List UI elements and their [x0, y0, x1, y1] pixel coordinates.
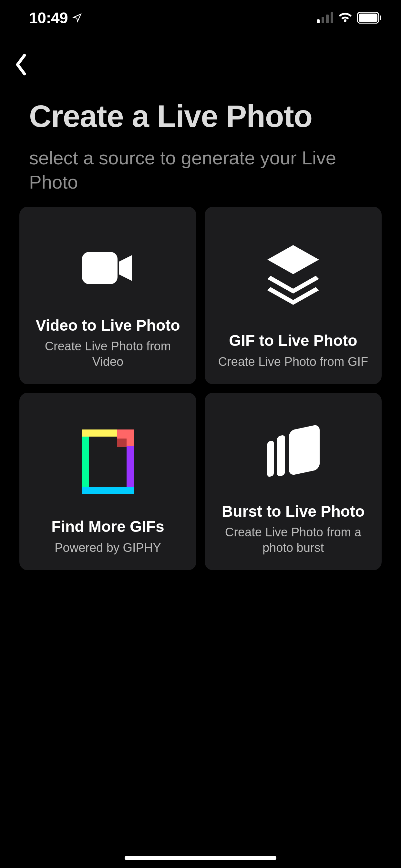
card-title: GIF to Live Photo [229, 332, 357, 349]
location-icon [72, 13, 82, 23]
page-header: Create a Live Photo select a source to g… [29, 100, 372, 194]
svg-rect-5 [359, 13, 377, 22]
card-title: Burst to Live Photo [222, 502, 365, 520]
svg-rect-0 [317, 20, 320, 23]
card-subtitle: Powered by GIPHY [55, 540, 161, 556]
status-right [317, 12, 382, 24]
svg-rect-9 [277, 435, 285, 476]
giphy-icon-wrap [28, 406, 187, 518]
battery-icon [357, 12, 382, 24]
svg-rect-2 [326, 14, 329, 23]
svg-rect-3 [331, 12, 333, 23]
status-left: 10:49 [29, 9, 82, 27]
card-gif-to-live[interactable]: GIF to Live Photo Create Live Photo from… [205, 207, 382, 384]
svg-rect-10 [289, 425, 320, 476]
svg-rect-6 [380, 16, 381, 20]
card-video-to-live[interactable]: Video to Live Photo Create Live Photo fr… [19, 207, 196, 384]
card-subtitle: Create Live Photo from Video [28, 339, 187, 369]
nav-bar [0, 49, 401, 81]
video-camera-icon [79, 245, 137, 290]
wifi-icon [338, 12, 352, 23]
svg-rect-7 [82, 252, 118, 284]
card-title: Video to Live Photo [35, 316, 180, 334]
layers-icon-wrap [214, 220, 373, 332]
svg-rect-8 [267, 440, 274, 477]
home-indicator[interactable] [125, 856, 276, 860]
card-subtitle: Create Live Photo from GIF [218, 354, 368, 370]
layers-icon [264, 245, 322, 306]
svg-rect-1 [321, 17, 324, 23]
burst-icon-wrap [214, 406, 373, 502]
page-subtitle: select a source to generate your Live Ph… [29, 146, 372, 194]
card-title: Find More GIFs [51, 518, 164, 535]
page-title: Create a Live Photo [29, 100, 372, 133]
status-bar: 10:49 [0, 0, 401, 35]
status-time: 10:49 [29, 9, 68, 27]
card-burst-to-live[interactable]: Burst to Live Photo Create Live Photo fr… [205, 393, 382, 570]
chevron-left-icon [14, 53, 28, 76]
card-subtitle: Create Live Photo from a photo burst [214, 525, 373, 555]
back-button[interactable] [10, 53, 32, 76]
cellular-signal-icon [317, 12, 333, 23]
source-grid: Video to Live Photo Create Live Photo fr… [19, 207, 382, 570]
photo-stack-icon [263, 425, 324, 483]
card-find-gifs[interactable]: Find More GIFs Powered by GIPHY [19, 393, 196, 570]
giphy-icon [82, 430, 134, 494]
video-icon-wrap [28, 220, 187, 316]
